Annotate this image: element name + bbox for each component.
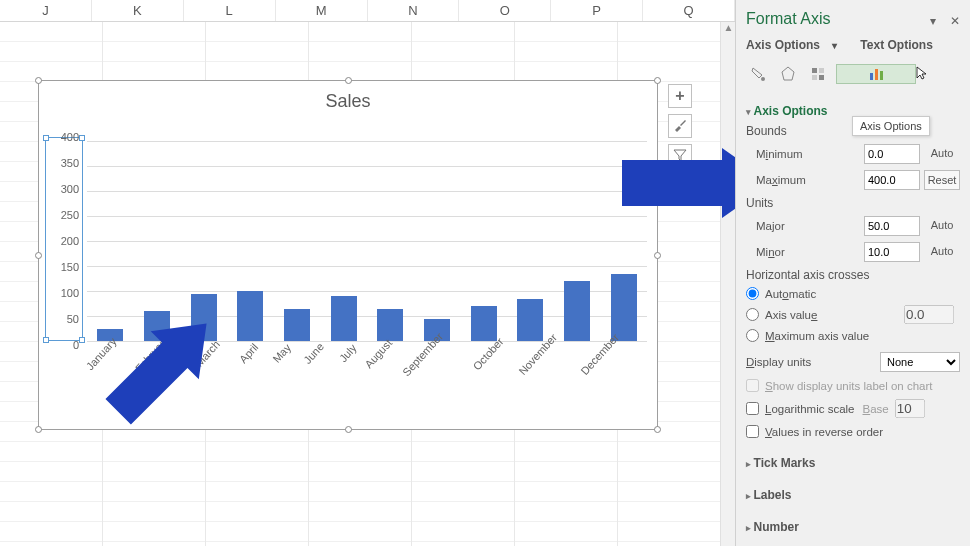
display-units-label: Display units [746, 356, 880, 368]
column-header[interactable]: M [276, 0, 368, 21]
minor-label: Minor [746, 246, 864, 258]
tab-axis-options[interactable]: Axis Options▾ [746, 38, 847, 52]
y-tick-label: 350 [61, 157, 79, 169]
resize-handle[interactable] [345, 77, 352, 84]
minor-input[interactable] [864, 242, 920, 262]
column-header[interactable]: O [459, 0, 551, 21]
y-tick-label: 50 [67, 313, 79, 325]
pane-close-icon[interactable]: ✕ [950, 14, 960, 28]
bar[interactable] [331, 296, 357, 341]
bar[interactable] [611, 274, 637, 342]
minor-auto-button[interactable]: Auto [924, 242, 960, 262]
resize-handle[interactable] [654, 77, 661, 84]
maximum-label: Maximum [746, 174, 864, 186]
x-tick-label: December [578, 331, 671, 422]
show-units-label: Show display units label on chart [765, 380, 933, 392]
base-label: Base [863, 403, 889, 415]
base-input [895, 399, 925, 418]
maximum-reset-button[interactable]: Reset [924, 170, 960, 190]
axis-options-icon[interactable] [836, 64, 916, 84]
column-header[interactable]: P [551, 0, 643, 21]
svg-point-2 [761, 77, 765, 81]
y-tick-label: 100 [61, 287, 79, 299]
svg-rect-6 [812, 75, 817, 80]
plot-area[interactable] [87, 141, 647, 341]
section-number[interactable]: Number [746, 520, 960, 534]
resize-handle[interactable] [35, 426, 42, 433]
minimum-label: Minimum [746, 148, 864, 160]
chart-object[interactable]: Sales 400 350 300 250 200 150 100 50 0 J… [38, 80, 658, 430]
axis-value-input [904, 305, 954, 324]
tab-text-options[interactable]: Text Options [860, 38, 932, 52]
chart-title[interactable]: Sales [39, 91, 657, 112]
svg-marker-3 [782, 67, 794, 80]
svg-rect-4 [812, 68, 817, 73]
major-label: Major [746, 220, 864, 232]
pane-tabs: Axis Options▾ Text Options [746, 38, 960, 52]
fill-line-icon[interactable] [746, 62, 770, 86]
column-header[interactable]: J [0, 0, 92, 21]
bar[interactable] [191, 294, 217, 342]
bar[interactable] [517, 299, 543, 342]
vertical-scrollbar[interactable]: ▲ [720, 22, 735, 546]
effects-icon[interactable] [776, 62, 800, 86]
brush-icon [673, 118, 687, 135]
radio-max-axis-value[interactable] [746, 329, 759, 342]
pane-menu-icon[interactable]: ▾ [930, 14, 936, 28]
horizontal-crosses-label: Horizontal axis crosses [746, 268, 960, 282]
maximum-input[interactable] [864, 170, 920, 190]
y-tick-label: 250 [61, 209, 79, 221]
major-auto-button[interactable]: Auto [924, 216, 960, 236]
units-label: Units [746, 196, 960, 210]
chevron-down-icon: ▾ [832, 40, 837, 51]
resize-handle[interactable] [654, 252, 661, 259]
radio-automatic-label: Automatic [765, 288, 816, 300]
reverse-label: Values in reverse order [765, 426, 883, 438]
reverse-checkbox[interactable] [746, 425, 759, 438]
bar[interactable] [377, 309, 403, 342]
log-scale-checkbox[interactable] [746, 402, 759, 415]
bar[interactable] [237, 291, 263, 341]
column-header[interactable]: N [368, 0, 460, 21]
svg-rect-8 [870, 73, 873, 80]
minimum-input[interactable] [864, 144, 920, 164]
column-header-row: J K L M N O P Q [0, 0, 735, 22]
bar[interactable] [284, 309, 310, 342]
y-tick-label: 200 [61, 235, 79, 247]
radio-max-axis-value-label: Maximum axis value [765, 330, 869, 342]
svg-rect-9 [875, 69, 878, 80]
major-input[interactable] [864, 216, 920, 236]
chart-elements-button[interactable]: + [668, 84, 692, 108]
minimum-auto-button[interactable]: Auto [924, 144, 960, 164]
bar[interactable] [564, 281, 590, 341]
y-tick-label: 150 [61, 261, 79, 273]
section-tick-marks[interactable]: Tick Marks [746, 456, 960, 470]
radio-axis-value-label: Axis value [765, 309, 817, 321]
y-tick-label: 400 [61, 131, 79, 143]
chart-styles-button[interactable] [668, 114, 692, 138]
svg-rect-5 [819, 68, 824, 73]
radio-automatic[interactable] [746, 287, 759, 300]
radio-axis-value[interactable] [746, 308, 759, 321]
format-axis-pane: Format Axis ▾ ✕ Axis Options▾ Text Optio… [735, 0, 970, 546]
y-tick-label: 300 [61, 183, 79, 195]
filter-icon [673, 148, 687, 165]
cursor-icon [916, 66, 928, 83]
svg-rect-10 [880, 71, 883, 80]
x-axis-labels[interactable]: JanuaryFebruaryMarchAprilMayJuneJulyAugu… [87, 343, 647, 423]
svg-rect-7 [819, 75, 824, 80]
resize-handle[interactable] [345, 426, 352, 433]
column-header[interactable]: K [92, 0, 184, 21]
y-axis-labels[interactable]: 400 350 300 250 200 150 100 50 0 [39, 137, 83, 345]
resize-handle[interactable] [654, 426, 661, 433]
display-units-select[interactable]: None [880, 352, 960, 372]
log-scale-label: Logarithmic scale [765, 403, 855, 415]
bar[interactable] [471, 306, 497, 341]
chart-filters-button[interactable] [668, 144, 692, 168]
resize-handle[interactable] [35, 77, 42, 84]
section-labels[interactable]: Labels [746, 488, 960, 502]
scroll-up-icon[interactable]: ▲ [721, 22, 736, 37]
size-properties-icon[interactable] [806, 62, 830, 86]
column-header[interactable]: L [184, 0, 276, 21]
column-header[interactable]: Q [643, 0, 735, 21]
